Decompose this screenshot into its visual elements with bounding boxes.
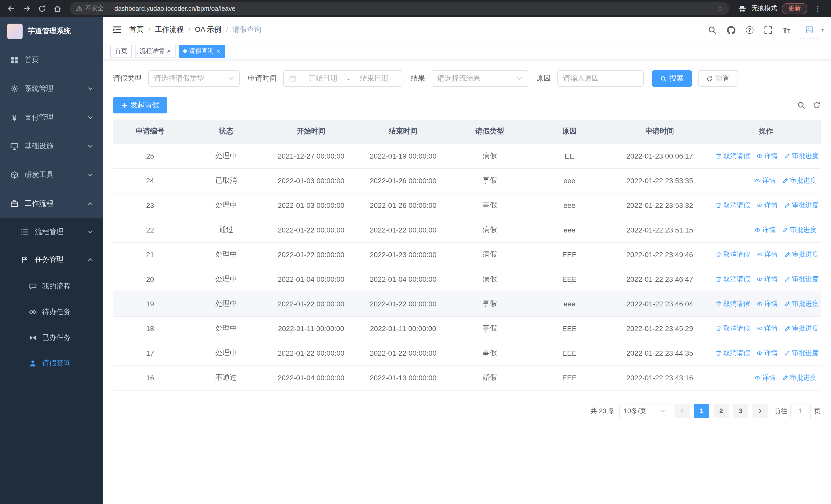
- filter-form: 请假类型 请选择请假类型 申请时间 开始日期: [113, 70, 821, 87]
- sidebar-item-pending-tasks[interactable]: 待办任务: [0, 299, 103, 325]
- page-button-1[interactable]: 1: [694, 404, 709, 418]
- main-area: 首页 / 工作流程 / OA 示例 / 请假查询 ?: [103, 17, 831, 504]
- cancel-leave-link[interactable]: 取消请假: [716, 299, 750, 308]
- breadcrumb-home[interactable]: 首页: [130, 25, 144, 34]
- table-refresh-icon[interactable]: [812, 101, 821, 109]
- prev-page-button[interactable]: [675, 404, 690, 418]
- sidebar-item-payment[interactable]: ¥ 支付管理: [0, 103, 103, 132]
- reason-input[interactable]: 请输入原因: [557, 70, 643, 87]
- sidebar-item-workflow[interactable]: 工作流程: [0, 189, 103, 218]
- approval-progress-link[interactable]: 审批进度: [784, 250, 819, 259]
- detail-link[interactable]: 详情: [756, 349, 778, 358]
- flag-icon: [21, 256, 29, 264]
- detail-link[interactable]: 详情: [754, 373, 776, 382]
- page-size-select[interactable]: 10条/页: [619, 404, 670, 418]
- header-search-icon[interactable]: [703, 17, 721, 42]
- tab-leave-query[interactable]: 请假查询 ×: [178, 45, 225, 58]
- leave-type-select[interactable]: 请选择请假类型: [148, 70, 240, 87]
- browser-menu-icon[interactable]: ⋮: [812, 4, 824, 13]
- approval-progress-link[interactable]: 审批进度: [782, 373, 816, 382]
- apply-time-range-picker[interactable]: 开始日期 - 结束日期: [283, 70, 402, 87]
- cancel-leave-link[interactable]: 取消请假: [716, 274, 750, 284]
- approval-progress-link[interactable]: 审批进度: [784, 299, 819, 308]
- cancel-leave-link[interactable]: 取消请假: [716, 201, 750, 210]
- breadcrumb-workflow[interactable]: 工作流程: [155, 25, 184, 34]
- detail-link[interactable]: 详情: [754, 176, 776, 185]
- tab-process-detail[interactable]: 流程详情 ×: [135, 45, 175, 58]
- github-icon[interactable]: [721, 17, 740, 42]
- logo-title: 芋道管理系统: [28, 27, 71, 36]
- search-button[interactable]: 搜索: [652, 70, 692, 87]
- cancel-leave-link[interactable]: 取消请假: [716, 151, 750, 161]
- approval-progress-link[interactable]: 审批进度: [784, 151, 819, 161]
- browser-home-button[interactable]: [50, 1, 65, 16]
- sidebar-item-my-processes[interactable]: 我的流程: [0, 273, 103, 299]
- browser-refresh-button[interactable]: [35, 1, 49, 16]
- help-icon[interactable]: ?: [740, 17, 758, 42]
- cell-status: 处理中: [188, 193, 265, 217]
- page-button-2[interactable]: 2: [713, 404, 729, 418]
- create-leave-button[interactable]: 发起请假: [113, 97, 167, 113]
- detail-link[interactable]: 详情: [756, 201, 778, 210]
- sidebar-item-system[interactable]: 系统管理: [0, 75, 103, 103]
- sidebar-item-done-tasks[interactable]: 已办任务: [0, 325, 103, 351]
- breadcrumb-current: 请假查询: [232, 25, 261, 34]
- approval-progress-link[interactable]: 审批进度: [784, 324, 819, 333]
- detail-link[interactable]: 详情: [754, 225, 776, 235]
- cell-start-time: 2021-12-27 00:00:00: [265, 144, 357, 168]
- cube-icon: [10, 171, 19, 179]
- sidebar-item-devtools[interactable]: 研发工具: [0, 161, 103, 189]
- avatar-caret-icon[interactable]: ▾: [821, 27, 824, 33]
- approval-progress-link[interactable]: 审批进度: [784, 274, 819, 284]
- approval-progress-link[interactable]: 审批进度: [784, 201, 819, 210]
- logo[interactable]: 芋道管理系统: [0, 17, 103, 46]
- cell-status: 处理中: [188, 292, 265, 316]
- browser-back-button[interactable]: [4, 1, 19, 16]
- sidebar-item-leave-query[interactable]: 请假查询: [0, 351, 103, 376]
- fullscreen-icon[interactable]: [758, 17, 777, 42]
- column-header: 申请编号: [113, 120, 188, 144]
- avatar[interactable]: [800, 21, 819, 39]
- sidebar-item-infrastructure[interactable]: 基础设施: [0, 132, 103, 161]
- security-warning[interactable]: 不安全: [76, 4, 104, 13]
- sidebar-collapse-icon[interactable]: [112, 25, 122, 35]
- browser-address-bar[interactable]: 不安全 dashboard.yudao.iocoder.cn/bpm/oa/le…: [70, 2, 729, 15]
- cell-apply-no: 21: [113, 242, 188, 267]
- cancel-leave-link[interactable]: 取消请假: [716, 349, 750, 358]
- goto-page-input[interactable]: [791, 404, 811, 418]
- cell-actions: 取消请假 详情 审批进度: [711, 341, 821, 365]
- detail-link[interactable]: 详情: [756, 250, 778, 259]
- breadcrumb-oa-example[interactable]: OA 示例: [195, 25, 222, 34]
- cell-apply-no: 16: [113, 365, 188, 390]
- cell-leave-type: 事假: [449, 292, 531, 316]
- sidebar-item-process-management[interactable]: 流程管理: [0, 218, 103, 246]
- detail-link[interactable]: 详情: [756, 274, 778, 284]
- close-tab-icon[interactable]: ×: [216, 48, 220, 54]
- cancel-leave-link[interactable]: 取消请假: [716, 324, 750, 333]
- page-button-3[interactable]: 3: [733, 404, 748, 418]
- browser-forward-button[interactable]: [20, 1, 34, 16]
- incognito-icon: [738, 4, 747, 13]
- result-select[interactable]: 请选择流结果: [432, 70, 528, 87]
- briefcase-icon: [10, 200, 19, 208]
- sidebar-item-task-management[interactable]: 任务管理: [0, 246, 103, 273]
- close-tab-icon[interactable]: ×: [167, 48, 171, 54]
- font-size-icon[interactable]: TT: [777, 17, 796, 42]
- browser-update-button[interactable]: 更新: [782, 3, 807, 14]
- bookmark-star-icon[interactable]: ☆: [717, 5, 723, 12]
- approval-progress-link[interactable]: 审批进度: [782, 176, 816, 185]
- table-search-icon[interactable]: [797, 101, 805, 109]
- next-page-button[interactable]: [752, 404, 768, 418]
- sidebar-item-home[interactable]: 首页: [0, 46, 103, 75]
- detail-link[interactable]: 详情: [756, 324, 778, 333]
- reset-button[interactable]: 重置: [698, 70, 738, 87]
- approval-progress-link[interactable]: 审批进度: [784, 349, 819, 358]
- calendar-icon: [289, 75, 296, 82]
- detail-link[interactable]: 详情: [756, 299, 778, 308]
- tab-home[interactable]: 首页: [110, 45, 132, 58]
- detail-link[interactable]: 详情: [756, 151, 778, 161]
- cancel-leave-link[interactable]: 取消请假: [716, 250, 750, 259]
- cell-reason: EE: [531, 144, 608, 168]
- cell-apply-no: 22: [113, 217, 188, 242]
- approval-progress-link[interactable]: 审批进度: [782, 225, 816, 235]
